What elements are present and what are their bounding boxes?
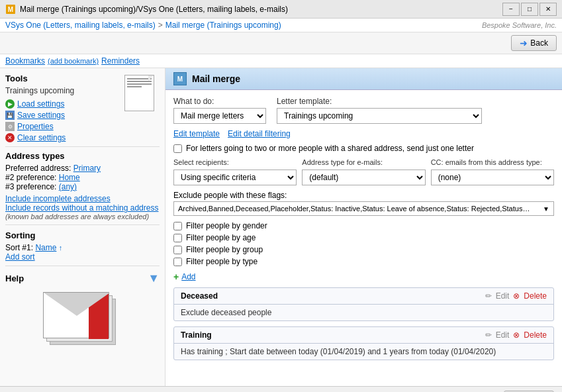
training-title: Training xyxy=(181,330,212,340)
letter-stack-visual xyxy=(5,292,160,352)
properties-icon: ⚙ xyxy=(5,122,15,131)
add-plus-icon: + xyxy=(173,271,179,282)
letter-template-label: Letter template: xyxy=(277,97,482,106)
clear-settings-action[interactable]: ✕ Clear settings xyxy=(5,133,160,142)
window-controls[interactable]: − □ ✕ xyxy=(502,3,557,16)
filter-gender-label: Filter people by gender xyxy=(186,221,267,230)
deceased-delete-link[interactable]: Delete xyxy=(524,291,547,301)
mail-merge-title: Mail merge xyxy=(192,74,240,84)
sort1-name[interactable]: Name xyxy=(35,243,56,252)
address-type-select[interactable]: (default) xyxy=(302,170,425,185)
back-label: Back xyxy=(530,38,548,48)
filter-group-label: Filter people by group xyxy=(186,245,263,254)
close-button[interactable]: ✕ xyxy=(539,3,557,16)
breadcrumb-vsys[interactable]: VSys One (Letters, mailing labels, e-mai… xyxy=(5,21,156,30)
add-btn-row[interactable]: + Add xyxy=(173,271,554,282)
filter-type-label: Filter people by type xyxy=(186,257,258,266)
add-bookmark-link[interactable]: (add bookmark) xyxy=(48,57,99,65)
training-delete-link[interactable]: Delete xyxy=(524,330,547,340)
load-settings-link[interactable]: Load settings xyxy=(17,99,64,109)
maximize-button[interactable]: □ xyxy=(521,3,538,16)
edit-links-row: Edit template Edit detail filtering xyxy=(173,129,554,138)
pref3-link[interactable]: (any) xyxy=(59,182,77,191)
exclude-label: Exclude people with these flags: xyxy=(173,191,554,200)
select-recipients-select[interactable]: Using specific criteria xyxy=(173,170,297,185)
deceased-filter-card: Deceased ✏ Edit ⊗ Delete Exclude decease… xyxy=(173,287,554,321)
exclude-value: Archived,Banned,Deceased,Placeholder,Sta… xyxy=(178,205,531,213)
letter-front xyxy=(43,292,109,338)
letter-template-select[interactable]: Trainings upcoming xyxy=(277,108,482,124)
load-settings-icon: ▶ xyxy=(5,99,15,109)
mail-merge-header: M Mail merge xyxy=(165,68,562,90)
cc-select[interactable]: (none) xyxy=(431,170,554,185)
properties-link[interactable]: Properties xyxy=(17,122,54,131)
window-title: Mail merge (Trainings upcoming)/VSys One… xyxy=(20,5,288,14)
exclude-area: Exclude people with these flags: Archive… xyxy=(173,191,554,216)
training-description: Has training ; Start date between today … xyxy=(174,344,553,360)
form-area: What to do: Mail merge letters Letter te… xyxy=(165,90,562,372)
filter-gender-row: Filter people by gender xyxy=(173,221,554,230)
breadcrumb-bar: VSys One (Letters, mailing labels, e-mai… xyxy=(0,19,562,32)
preferred-link[interactable]: Primary xyxy=(73,164,101,173)
back-button[interactable]: ➜ Back xyxy=(511,35,557,51)
filter-group-row: Filter people by group xyxy=(173,245,554,254)
filter-age-row: Filter people by age xyxy=(173,233,554,242)
training-filter-card: Training ✏ Edit ⊗ Delete Has training ; … xyxy=(173,326,554,360)
include-incomplete-link[interactable]: Include incomplete addresses xyxy=(5,194,111,203)
shared-address-checkbox[interactable] xyxy=(173,144,182,153)
pref2-row: #2 preference: Home xyxy=(5,173,160,182)
properties-action[interactable]: ⚙ Properties xyxy=(5,122,160,131)
app-icon: M xyxy=(5,4,16,15)
what-to-do-select[interactable]: Mail merge letters xyxy=(173,108,266,124)
letter-template-col: Letter template: Trainings upcoming xyxy=(277,97,482,124)
filter-checks: Filter people by gender Filter people by… xyxy=(173,221,554,266)
save-settings-link[interactable]: Save settings xyxy=(17,111,65,120)
help-title: Help xyxy=(5,273,24,283)
exclude-input[interactable]: Archived,Banned,Deceased,Placeholder,Sta… xyxy=(173,201,554,216)
pref2-link[interactable]: Home xyxy=(59,173,80,182)
edit-detail-filtering-link[interactable]: Edit detail filtering xyxy=(228,129,291,138)
add-sort-link[interactable]: Add sort xyxy=(5,252,35,262)
include-no-match-link[interactable]: Include records without a matching addre… xyxy=(5,203,158,213)
filter-type-checkbox[interactable] xyxy=(173,258,182,266)
deceased-edit-link[interactable]: Edit xyxy=(496,291,510,301)
address-types-section: Address types Preferred address: Primary… xyxy=(5,151,160,220)
filter-gender-checkbox[interactable] xyxy=(173,222,182,230)
sort1-label: Sort #1: xyxy=(5,243,33,252)
training-edit-link[interactable]: Edit xyxy=(496,330,510,340)
filter-group-checkbox[interactable] xyxy=(173,246,182,254)
reminders-link[interactable]: Reminders xyxy=(101,56,140,66)
doc-thumbnail xyxy=(124,75,154,111)
shared-address-label: For letters going to two or more people … xyxy=(186,144,474,153)
help-section: Help ▼ xyxy=(5,271,160,285)
pref2-label: #2 preference: xyxy=(5,173,56,182)
what-to-do-col: What to do: Mail merge letters xyxy=(173,97,266,124)
filter-type-row: Filter people by type xyxy=(173,257,554,266)
save-settings-action[interactable]: 💾 Save settings xyxy=(5,111,160,120)
edit-template-link[interactable]: Edit template xyxy=(173,129,220,138)
back-icon: ➜ xyxy=(520,38,528,48)
bookmarks-link[interactable]: Bookmarks xyxy=(5,56,45,66)
bottom-bar: DONE Merge xyxy=(0,386,562,392)
address-type-col: Address type for e-mails: (default) xyxy=(302,158,425,185)
filter-age-checkbox[interactable] xyxy=(173,234,182,242)
deceased-actions: ✏ Edit ⊗ Delete xyxy=(485,291,547,301)
add-link[interactable]: Add xyxy=(181,272,195,281)
what-to-do-row: What to do: Mail merge letters Letter te… xyxy=(173,97,554,124)
minimize-button[interactable]: − xyxy=(502,3,520,16)
filter-age-label: Filter people by age xyxy=(186,233,256,242)
save-settings-icon: 💾 xyxy=(5,111,15,120)
deceased-edit-pencil-icon: ✏ xyxy=(485,291,492,301)
cc-col: CC: emails from this address type: (none… xyxy=(431,158,554,185)
nav-links-bar: Bookmarks (add bookmark) Reminders xyxy=(0,54,562,68)
main-layout: Tools Trainings upcoming ▶ Load settings xyxy=(0,68,562,386)
select-recipients-label: Select recipients: xyxy=(173,158,297,166)
training-edit-pencil-icon: ✏ xyxy=(485,330,492,340)
breadcrumb-mailmerge[interactable]: Mail merge (Trainings upcoming) xyxy=(165,21,281,30)
sort1-row: Sort #1: Name ↑ xyxy=(5,243,160,252)
sort1-direction-icon: ↑ xyxy=(59,244,63,252)
deceased-title: Deceased xyxy=(181,291,218,301)
address-type-label: Address type for e-mails: xyxy=(302,158,425,166)
pref3-row: #3 preference: (any) xyxy=(5,182,160,191)
clear-settings-link[interactable]: Clear settings xyxy=(17,133,66,142)
